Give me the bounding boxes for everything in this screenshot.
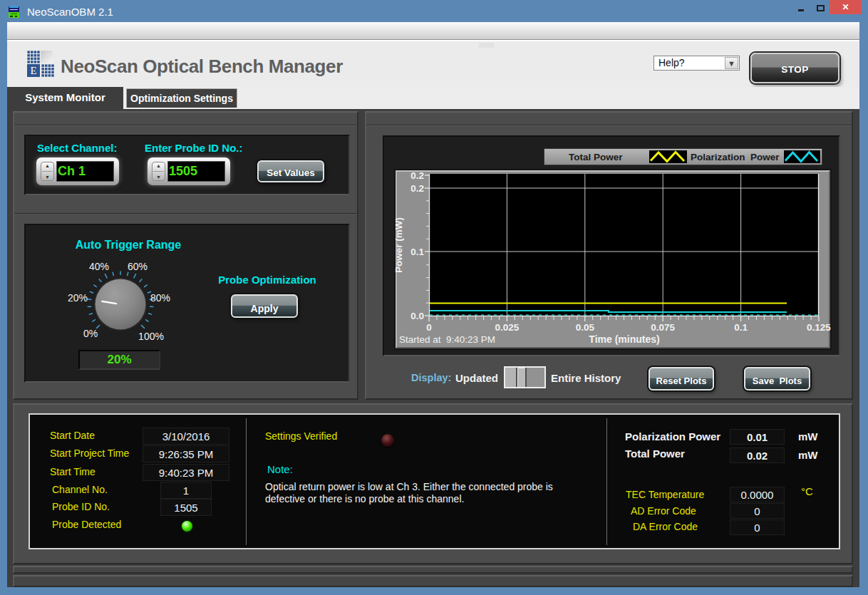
svg-text:0.2: 0.2 <box>410 183 424 194</box>
svg-text:0.075: 0.075 <box>651 322 675 333</box>
svg-text:0.025: 0.025 <box>495 322 520 333</box>
svg-text:0: 0 <box>426 322 432 333</box>
svg-text:Time (minutes): Time (minutes) <box>589 333 659 345</box>
svg-text:0.1: 0.1 <box>410 247 424 257</box>
svg-text:0.1: 0.1 <box>734 322 748 333</box>
svg-text:Power (mW): Power (mW) <box>393 217 404 273</box>
svg-text:E: E <box>30 65 36 76</box>
svg-text:0.05: 0.05 <box>576 322 595 333</box>
svg-text:0.125: 0.125 <box>807 322 831 333</box>
svg-text:0.0: 0.0 <box>410 311 424 321</box>
svg-text:0.2: 0.2 <box>410 170 424 181</box>
svg-text:Started at 9:40:23 PM: Started at 9:40:23 PM <box>399 334 495 345</box>
